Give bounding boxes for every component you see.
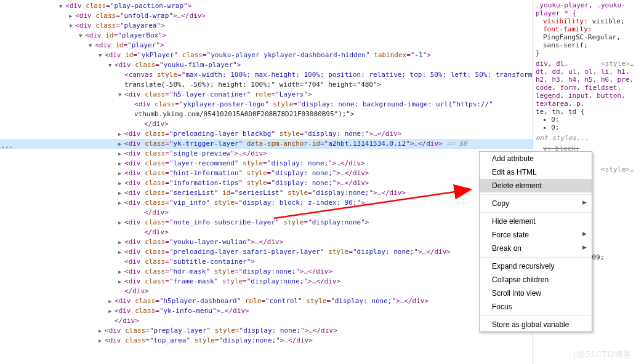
- dom-node-html[interactable]: <div class="ykplayer-poster-logo" style=…: [134, 100, 493, 108]
- dom-node-html[interactable]: <div class="yk-info-menu">…</div>: [115, 307, 249, 315]
- dom-node-html[interactable]: <canvas style="max-width: 100%; max-heig…: [124, 71, 533, 79]
- dom-node[interactable]: <div class="preloading-layer blackbg" st…: [0, 129, 533, 139]
- menu-item-break-on[interactable]: Break on: [480, 242, 592, 255]
- menu-item-scroll-into-view[interactable]: Scroll into view: [480, 287, 592, 300]
- expand-arrow[interactable]: [118, 139, 124, 149]
- css-rule[interactable]: .youku-player, .youku-player * {visibili…: [536, 1, 634, 57]
- expand-arrow[interactable]: [118, 90, 124, 100]
- dom-node[interactable]: <div class="youku-film-player">: [0, 60, 533, 70]
- expand-arrow[interactable]: [108, 296, 115, 306]
- expand-arrow[interactable]: [118, 218, 124, 228]
- dom-node[interactable]: <div id="player">: [0, 41, 533, 50]
- dom-node-html[interactable]: <div id="ykPlayer" class="youku-player y…: [105, 51, 431, 59]
- expand-arrow[interactable]: [69, 11, 75, 21]
- css-declaration[interactable]: font-family: PingFangSC-Regular, sans-se…: [543, 25, 634, 49]
- dom-node-html[interactable]: <div class="preplay-layer" style="displa…: [105, 326, 337, 334]
- expand-arrow[interactable]: [99, 50, 105, 60]
- css-rule[interactable]: <style>…div, dl,dt, dd, ul, ol, li, h1, …: [536, 60, 634, 132]
- dom-node[interactable]: <div class="youku-layer-wuliao">…</div>: [0, 237, 533, 247]
- dom-node[interactable]: <div class="yk-info-menu">…</div>: [0, 306, 533, 316]
- menu-item-delete-element[interactable]: Delete element: [480, 179, 592, 192]
- expand-arrow[interactable]: [99, 336, 105, 346]
- dom-node[interactable]: <div class="layer-recommend" style="disp…: [0, 159, 533, 168]
- dom-node[interactable]: <canvas style="max-width: 100%; max-heig…: [0, 70, 533, 80]
- dom-node-html[interactable]: <div class="subtitle-container">: [124, 258, 255, 266]
- expand-arrow[interactable]: [108, 60, 115, 70]
- expand-arrow[interactable]: [118, 277, 124, 287]
- dom-node[interactable]: <div id="ykPlayer" class="youku-player y…: [0, 50, 533, 60]
- expand-arrow[interactable]: [69, 21, 75, 31]
- expand-arrow[interactable]: [118, 267, 124, 277]
- selector-text[interactable]: .youku-player, .youku-player * {: [536, 1, 626, 17]
- expand-arrow[interactable]: [118, 168, 124, 178]
- expand-arrow[interactable]: [118, 159, 124, 168]
- dom-node[interactable]: <div class="h5-layer-conatiner" role="La…: [0, 90, 533, 100]
- expand-arrow[interactable]: [59, 1, 65, 11]
- dom-node-html[interactable]: <div class="information-tips" style="dis…: [124, 179, 369, 187]
- dom-node[interactable]: <div class="top_area" style="display:non…: [0, 336, 533, 346]
- dom-node[interactable]: <div class="preloading-layer safari-play…: [0, 247, 533, 257]
- dom-node[interactable]: <div class="information-tips" style="dis…: [0, 178, 533, 188]
- dom-node-html[interactable]: <div class="youku-film-player">: [115, 61, 241, 69]
- dom-node-html[interactable]: <div id="playerBox">: [85, 31, 166, 39]
- style-source[interactable]: <style>…: [601, 60, 634, 68]
- dom-node-html[interactable]: <div class="yk-trigger-layer" data-spm-a…: [124, 140, 443, 148]
- dom-node[interactable]: <div class="play-paction-wrap">: [0, 1, 533, 11]
- menu-item-copy[interactable]: Copy: [480, 197, 592, 210]
- dom-node-selected[interactable]: <div class="yk-trigger-layer" data-spm-a…: [0, 139, 533, 149]
- dom-node[interactable]: <div class="frame-mask" style="display:n…: [0, 277, 533, 287]
- dom-node-html[interactable]: <div class="youku-layer-wuliao">…</div>: [124, 238, 283, 246]
- dom-node-html[interactable]: <div class="play-paction-wrap">: [65, 2, 191, 10]
- menu-item-force-state[interactable]: Force state: [480, 228, 592, 242]
- expand-arrow[interactable]: [118, 188, 124, 198]
- dom-node[interactable]: <div id="playerBox">: [0, 31, 533, 41]
- expand-arrow[interactable]: [118, 149, 124, 159]
- menu-item-collapse-children[interactable]: Collapse children: [480, 273, 592, 287]
- expand-arrow[interactable]: [118, 129, 124, 139]
- dom-node-html[interactable]: <div class="single-preview">…</div>: [124, 149, 267, 157]
- css-rule[interactable]: ent styles...: [536, 134, 634, 142]
- dom-node-html[interactable]: <div class="hint-information" style="dis…: [124, 169, 369, 177]
- dom-node[interactable]: <div class="note_info subscribe-layer" s…: [0, 218, 533, 228]
- expand-arrow[interactable]: [79, 31, 85, 41]
- dom-node-html[interactable]: <div class="layer-recommend" style="disp…: [124, 159, 365, 167]
- menu-item-add-attribute[interactable]: Add attribute: [480, 152, 592, 165]
- dom-node[interactable]: <div class="playarea">: [0, 21, 533, 31]
- dom-node[interactable]: <div class="vip_info" style="display: bl…: [0, 198, 533, 208]
- dom-node[interactable]: <div class="subtitle-container">: [0, 257, 533, 267]
- dom-node-html[interactable]: <div class="h5player-dashboard" role="co…: [115, 297, 429, 305]
- expand-arrow[interactable]: [118, 198, 124, 208]
- dom-node[interactable]: <div class="unfold-wrap">…</div>: [0, 11, 533, 21]
- dom-node[interactable]: <div class="preplay-layer" style="displa…: [0, 326, 533, 336]
- expand-arrow[interactable]: [118, 247, 124, 257]
- selector-text[interactable]: div, dl,: [536, 60, 568, 68]
- dom-node[interactable]: <div class="seriesList" id="seriesList" …: [0, 188, 533, 198]
- dom-node-html[interactable]: <div class="vip_info" style="display: bl…: [124, 199, 365, 207]
- dom-node-html[interactable]: <div class="preloading-layer blackbg" st…: [124, 130, 401, 138]
- dom-node-html[interactable]: <div class="h5-layer-conatiner" role="La…: [124, 90, 312, 98]
- expand-arrow[interactable]: [108, 306, 115, 316]
- dom-node-html[interactable]: <div class="playarea">: [75, 22, 165, 30]
- menu-item-expand-recursively[interactable]: Expand recursively: [480, 259, 592, 273]
- menu-item-hide-element[interactable]: Hide element: [480, 215, 592, 228]
- dom-node-html[interactable]: <div class="preloading-layer safari-play…: [124, 248, 451, 256]
- dom-node-html[interactable]: <div class="frame-mask" style="display:n…: [124, 277, 340, 285]
- dom-tree-panel[interactable]: ••• <div class="play-paction-wrap"><div …: [0, 0, 533, 364]
- expand-arrow[interactable]: [118, 178, 124, 188]
- menu-item-edit-as-html[interactable]: Edit as HTML: [480, 165, 592, 179]
- menu-item-store-as-global-variable[interactable]: Store as global variable: [480, 318, 592, 331]
- dom-node-html[interactable]: <div class="hdr-mask" style="display:non…: [124, 267, 332, 275]
- expand-arrow[interactable]: [89, 41, 95, 50]
- dom-node-html[interactable]: <div class="unfold-wrap">…</div>: [75, 12, 206, 20]
- expand-arrow[interactable]: [99, 326, 105, 336]
- dom-node-html[interactable]: <div class="seriesList" id="seriesList" …: [124, 189, 406, 197]
- menu-item-focus[interactable]: Focus: [480, 300, 592, 314]
- dom-node[interactable]: <div class="single-preview">…</div>: [0, 149, 533, 159]
- dom-node[interactable]: <div class="h5player-dashboard" role="co…: [0, 296, 533, 306]
- style-source[interactable]: <style>…: [601, 165, 634, 173]
- expand-arrow[interactable]: [118, 237, 124, 247]
- dom-node-html[interactable]: <div class="top_area" style="display:non…: [105, 336, 313, 344]
- context-menu[interactable]: Add attributeEdit as HTMLDelete elementC…: [479, 151, 592, 332]
- dom-node[interactable]: <div class="ykplayer-poster-logo" style=…: [0, 100, 533, 109]
- dom-node[interactable]: <div class="hdr-mask" style="display:non…: [0, 267, 533, 277]
